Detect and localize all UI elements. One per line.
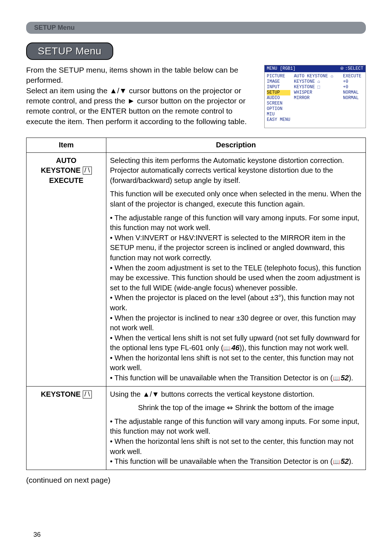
osd-right-row: WHISPERNORMAL — [294, 90, 363, 95]
col-desc: Description — [106, 138, 366, 153]
osd-right-row: KEYSTONE ⬚+0 — [294, 85, 363, 90]
desc-paragraph: Selecting this item performs the Automat… — [110, 156, 362, 186]
section-header-bar: SETUP Menu — [26, 22, 366, 34]
osd-right-row: AUTO KEYSTONE ⌂EXECUTE — [294, 74, 363, 79]
section-header-text: SETUP Menu — [34, 24, 75, 31]
continued-note: (continued on next page) — [26, 476, 366, 485]
osd-left-item: SCREEN — [267, 101, 290, 106]
item-cell: KEYSTONE / \ — [26, 386, 106, 470]
osd-left-col: PICTUREIMAGEINPUTSETUPAUDIOSCREENOPTIONM… — [267, 74, 290, 123]
desc-paragraph: This function will be executed only once… — [110, 189, 362, 209]
osd-left-item: MIU — [267, 112, 290, 117]
osd-left-item: PICTURE — [267, 74, 290, 79]
osd-left-item: EASY MENU — [267, 117, 290, 123]
desc-cell: Using the ▲/▼ buttons corrects the verti… — [106, 386, 366, 470]
osd-titlebar: MENU [RGB1] :SELECT — [265, 65, 366, 72]
col-item: Item — [26, 138, 106, 153]
page-title-pill: SETUP Menu — [26, 42, 113, 60]
osd-title-right: :SELECT — [340, 66, 363, 71]
desc-paragraph: Using the ▲/▼ buttons corrects the verti… — [110, 389, 362, 400]
osd-preview: MENU [RGB1] :SELECT PICTUREIMAGEINPUTSET… — [264, 65, 366, 128]
table-row: KEYSTONE / \Using the ▲/▼ buttons correc… — [26, 386, 366, 470]
osd-right-row: KEYSTONE ⌂+0 — [294, 79, 363, 85]
setup-table: Item Description AUTOKEYSTONE / \EXECUTE… — [26, 138, 366, 470]
intro-paragraph: From the SETUP menu, items shown in the … — [26, 65, 258, 127]
osd-right-col: AUTO KEYSTONE ⌂EXECUTEKEYSTONE ⌂+0KEYSTO… — [294, 74, 363, 123]
desc-cell: Selecting this item performs the Automat… — [106, 152, 366, 386]
desc-paragraph: • The adjustable range of this function … — [110, 417, 362, 467]
osd-left-item: IMAGE — [267, 79, 290, 85]
keystone-vertical-icon: / \ — [83, 391, 92, 398]
keystone-vertical-icon: / \ — [83, 167, 92, 175]
osd-left-item: SETUP — [267, 90, 290, 95]
osd-left-item: OPTION — [267, 106, 290, 112]
osd-right-row: MIRRORNORMAL — [294, 95, 363, 101]
desc-paragraph: • The adjustable range of this function … — [110, 213, 362, 383]
osd-title-left: MENU [RGB1] — [267, 66, 295, 71]
item-cell: AUTOKEYSTONE / \EXECUTE — [26, 152, 106, 386]
desc-paragraph: Shrink the top of the image ⇔ Shrink the… — [110, 403, 362, 413]
page-title: SETUP Menu — [38, 45, 102, 57]
page-number: 36 — [33, 531, 41, 539]
table-row: AUTOKEYSTONE / \EXECUTESelecting this it… — [26, 152, 366, 386]
osd-left-item: AUDIO — [267, 95, 290, 101]
osd-left-item: INPUT — [267, 85, 290, 90]
